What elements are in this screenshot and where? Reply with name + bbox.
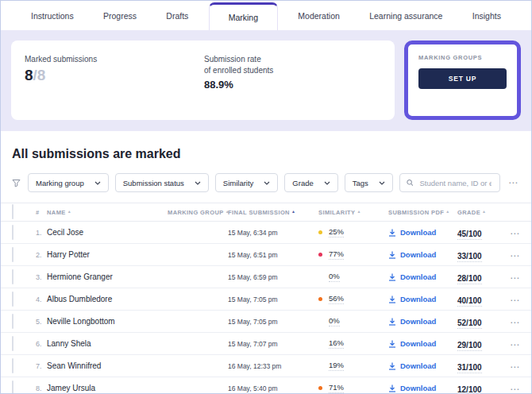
download-link[interactable]: Download [388, 228, 436, 237]
filter-grade[interactable]: Grade [284, 173, 337, 192]
table-header-row: # NAME▲ MARKING GROUP▲ FINAL SUBMISSION▲… [1, 203, 531, 222]
grade-value: 40/100 [457, 296, 482, 307]
tab-bar: Instructions Progress Drafts Marking Mod… [1, 1, 531, 30]
grade-value: 29/100 [457, 341, 482, 351]
final-submission-cell: 16 May, 5:40 pm [228, 384, 315, 392]
marking-groups-card: MARKING GROUPS SET UP [404, 41, 521, 120]
row-menu-button[interactable]: ⋯ [508, 272, 522, 284]
chevron-down-icon [379, 181, 385, 185]
download-link[interactable]: Download [388, 339, 436, 348]
marked-submissions-label: Marked submissions [25, 54, 204, 65]
similarity-value: 16% [329, 338, 344, 349]
filter-label: Marking group [36, 179, 84, 187]
header-index[interactable]: # [36, 209, 47, 216]
filter-label: Grade [292, 179, 313, 187]
row-menu-button[interactable]: ⋯ [508, 228, 522, 239]
final-submission-cell: 16 May, 12:33 pm [228, 362, 315, 370]
row-checkbox[interactable] [12, 336, 13, 351]
row-menu-button[interactable]: ⋯ [508, 295, 522, 306]
table-row: 4. Albus Dumbledore 15 May, 7:05 pm 56% … [1, 288, 531, 311]
similarity-value: 56% [329, 294, 344, 304]
filterbar-more-button[interactable]: ⋯ [507, 178, 520, 187]
chevron-down-icon [324, 181, 330, 185]
page-title: All submissions are marked [12, 147, 520, 161]
student-name[interactable]: Sean Winnifred [47, 361, 168, 370]
filter-label: Similarity [223, 179, 254, 187]
submissions-table: # NAME▲ MARKING GROUP▲ FINAL SUBMISSION▲… [1, 203, 531, 394]
similarity-dot [318, 386, 322, 390]
tab-learning-assurance[interactable]: Learning assurance [360, 1, 452, 30]
student-name[interactable]: Lanny Shela [47, 339, 168, 348]
header-submission-pdf[interactable]: SUBMISSION PDF▲ [379, 209, 450, 216]
grade-value: 33/100 [457, 252, 482, 262]
row-menu-button[interactable]: ⋯ [508, 384, 522, 394]
tab-drafts[interactable]: Drafts [156, 1, 198, 30]
download-link[interactable]: Download [388, 361, 436, 370]
filter-submission-status[interactable]: Submission status [115, 173, 209, 192]
tab-progress[interactable]: Progress [94, 1, 146, 30]
download-link[interactable]: Download [388, 295, 436, 303]
student-name[interactable]: Jamey Ursula [47, 384, 168, 392]
similarity-value: 71% [329, 383, 344, 393]
sort-arrow-icon: ▲ [67, 209, 71, 214]
filter-label: Tags [353, 179, 368, 187]
grade-value: 52/100 [457, 319, 482, 329]
row-checkbox[interactable] [12, 269, 13, 284]
similarity-value: 0% [329, 316, 340, 326]
header-name[interactable]: NAME▲ [47, 209, 168, 216]
student-name[interactable]: Neville Longbottom [47, 317, 168, 326]
chevron-down-icon [94, 181, 101, 185]
select-all-checkbox[interactable] [12, 204, 13, 219]
row-checkbox[interactable] [12, 314, 13, 329]
search-icon [407, 179, 414, 187]
student-name[interactable]: Cecil Jose [47, 228, 168, 237]
download-icon [388, 251, 396, 259]
filter-marking-group[interactable]: Marking group [28, 173, 109, 192]
similarity-value: 25% [329, 227, 344, 238]
similarity-cell: 19% [315, 361, 379, 371]
header-similarity[interactable]: SIMILARITY▲ [315, 209, 379, 216]
filter-icon [12, 179, 21, 187]
similarity-cell: 0% [315, 272, 379, 282]
row-checkbox[interactable] [12, 380, 13, 394]
tab-insights[interactable]: Insights [463, 1, 511, 30]
row-number: 3. [36, 273, 47, 281]
download-link[interactable]: Download [388, 272, 436, 281]
filter-similarity[interactable]: Similarity [215, 173, 279, 192]
header-final-submission[interactable]: FINAL SUBMISSION▲ [228, 209, 315, 216]
table-row: 3. Hermione Granger 15 May, 6:59 pm 0% D… [1, 266, 531, 288]
download-icon [388, 273, 396, 281]
row-number: 8. [36, 384, 47, 392]
row-menu-button[interactable]: ⋯ [508, 317, 522, 328]
student-name[interactable]: Hermione Granger [47, 272, 168, 281]
row-checkbox[interactable] [12, 292, 13, 307]
tab-instructions[interactable]: Instructions [21, 1, 83, 30]
tab-moderation[interactable]: Moderation [288, 1, 349, 30]
row-menu-button[interactable]: ⋯ [508, 339, 522, 350]
marking-groups-label: MARKING GROUPS [418, 54, 507, 61]
download-link[interactable]: Download [388, 384, 436, 392]
row-number: 2. [36, 251, 47, 259]
similarity-cell: 56% [315, 294, 379, 304]
header-marking-group[interactable]: MARKING GROUP▲ [168, 209, 228, 216]
download-link[interactable]: Download [388, 250, 436, 259]
student-name[interactable]: Harry Potter [47, 250, 168, 259]
row-menu-button[interactable]: ⋯ [508, 361, 522, 373]
row-number: 1. [36, 229, 47, 237]
similarity-cell: 25% [315, 227, 379, 238]
row-menu-button[interactable]: ⋯ [508, 250, 522, 261]
search-input[interactable] [418, 178, 493, 188]
sort-arrow-icon: ▲ [482, 209, 486, 214]
student-name[interactable]: Albus Dumbledore [47, 295, 168, 303]
row-number: 6. [36, 340, 47, 348]
filter-tags[interactable]: Tags [345, 173, 393, 192]
row-checkbox[interactable] [12, 225, 13, 240]
final-submission-cell: 15 May, 7:05 pm [228, 296, 315, 303]
header-grade[interactable]: GRADE▲ [450, 209, 506, 216]
row-checkbox[interactable] [12, 358, 13, 373]
set-up-button[interactable]: SET UP [418, 68, 507, 89]
row-checkbox[interactable] [12, 247, 13, 262]
tab-marking[interactable]: Marking [209, 2, 278, 30]
download-link[interactable]: Download [388, 317, 436, 326]
similarity-cell: 16% [315, 338, 379, 349]
